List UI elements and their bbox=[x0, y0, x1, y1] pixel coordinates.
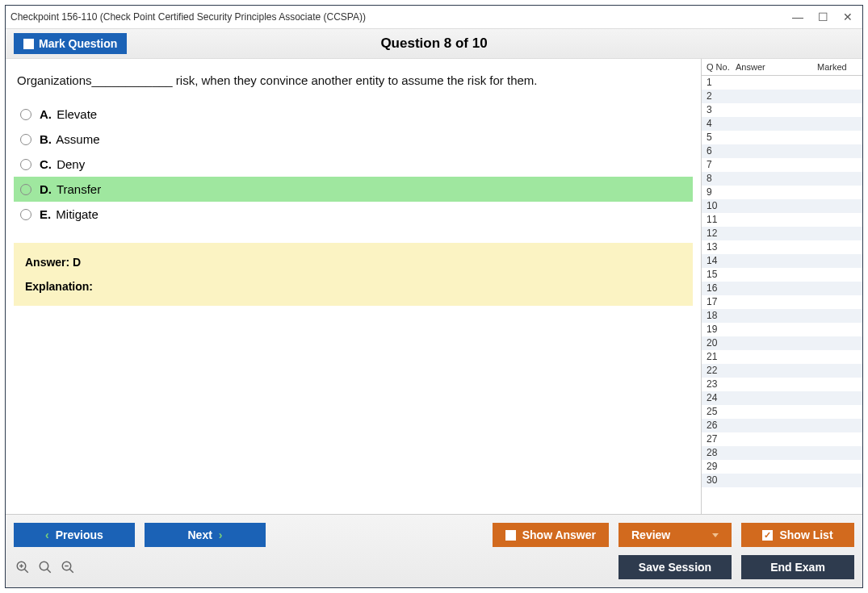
choice-a[interactable]: A. Elevate bbox=[14, 102, 693, 127]
body-row: Organizations____________ risk, when the… bbox=[6, 59, 862, 514]
radio-icon bbox=[20, 159, 31, 170]
minimize-icon[interactable]: — bbox=[792, 10, 803, 23]
choice-c[interactable]: C. Deny bbox=[14, 152, 693, 177]
previous-button[interactable]: ‹ Previous bbox=[14, 523, 135, 547]
checkbox-icon bbox=[23, 39, 34, 49]
question-list-row[interactable]: 29 bbox=[702, 460, 862, 474]
choices-list: A. ElevateB. AssumeC. DenyD. TransferE. … bbox=[14, 102, 693, 227]
mark-question-button[interactable]: Mark Question bbox=[14, 33, 127, 54]
question-list-row[interactable]: 4 bbox=[702, 117, 862, 131]
svg-point-4 bbox=[40, 562, 48, 570]
question-list-row[interactable]: 18 bbox=[702, 309, 862, 323]
question-list-row[interactable]: 19 bbox=[702, 323, 862, 336]
app-window: Checkpoint 156-110 (Check Point Certifie… bbox=[5, 5, 863, 588]
show-list-button[interactable]: ✓ Show List bbox=[741, 523, 854, 547]
question-list-row[interactable]: 16 bbox=[702, 282, 862, 295]
question-list-scroll[interactable]: 1234567891011121314151617181920212223242… bbox=[702, 76, 862, 514]
question-list-row[interactable]: 1 bbox=[702, 76, 862, 90]
answer-line: Answer: D bbox=[25, 256, 681, 269]
question-list-row[interactable]: 8 bbox=[702, 172, 862, 186]
checkbox-checked-icon: ✓ bbox=[762, 530, 773, 541]
answer-panel: Answer: D Explanation: bbox=[14, 243, 693, 306]
end-exam-label: End Exam bbox=[770, 561, 825, 574]
svg-line-1 bbox=[24, 569, 28, 573]
footer-row-2: Save Session End Exam bbox=[6, 555, 862, 587]
svg-line-7 bbox=[69, 569, 73, 573]
question-list-row[interactable]: 24 bbox=[702, 391, 862, 405]
chevron-right-icon: › bbox=[219, 528, 223, 541]
question-list-row[interactable]: 9 bbox=[702, 186, 862, 199]
choice-b[interactable]: B. Assume bbox=[14, 127, 693, 152]
col-answer: Answer bbox=[736, 62, 817, 72]
show-answer-label: Show Answer bbox=[522, 528, 596, 541]
question-list-row[interactable]: 10 bbox=[702, 199, 862, 213]
col-qno: Q No. bbox=[703, 62, 736, 72]
close-icon[interactable]: ✕ bbox=[843, 10, 853, 23]
question-list-row[interactable]: 17 bbox=[702, 295, 862, 309]
choice-label: B. Assume bbox=[40, 132, 100, 146]
question-list-row[interactable]: 7 bbox=[702, 158, 862, 172]
question-list-row[interactable]: 2 bbox=[702, 90, 862, 103]
question-text: Organizations____________ risk, when the… bbox=[14, 70, 693, 102]
question-list-row[interactable]: 20 bbox=[702, 336, 862, 350]
show-list-label: Show List bbox=[779, 528, 832, 541]
question-list-header: Q No. Answer Marked bbox=[702, 59, 862, 76]
choice-d[interactable]: D. Transfer bbox=[14, 177, 693, 202]
question-area: Organizations____________ risk, when the… bbox=[14, 70, 693, 514]
end-exam-button[interactable]: End Exam bbox=[741, 555, 854, 579]
question-list-row[interactable]: 22 bbox=[702, 364, 862, 378]
question-list-row[interactable]: 27 bbox=[702, 432, 862, 446]
question-list-row[interactable]: 25 bbox=[702, 405, 862, 419]
question-list-row[interactable]: 11 bbox=[702, 213, 862, 227]
question-list-row[interactable]: 3 bbox=[702, 103, 862, 117]
question-list-row[interactable]: 6 bbox=[702, 144, 862, 158]
chevron-down-icon bbox=[712, 533, 719, 537]
next-button[interactable]: Next › bbox=[145, 523, 266, 547]
question-list-row[interactable]: 5 bbox=[702, 131, 862, 144]
footer: ‹ Previous Next › Show Answer Review ✓ S… bbox=[6, 514, 862, 587]
radio-icon bbox=[20, 134, 31, 145]
choice-label: D. Transfer bbox=[40, 182, 101, 196]
question-list-row[interactable]: 12 bbox=[702, 227, 862, 240]
footer-row-1: ‹ Previous Next › Show Answer Review ✓ S… bbox=[6, 515, 862, 555]
question-list-row[interactable]: 21 bbox=[702, 350, 862, 364]
zoom-out-icon[interactable] bbox=[59, 558, 77, 576]
checkbox-icon bbox=[505, 530, 516, 541]
radio-icon bbox=[20, 209, 31, 220]
window-titlebar: Checkpoint 156-110 (Check Point Certifie… bbox=[6, 6, 862, 28]
svg-line-5 bbox=[47, 569, 51, 573]
review-label: Review bbox=[631, 528, 670, 541]
window-title: Checkpoint 156-110 (Check Point Certifie… bbox=[10, 11, 792, 23]
next-label: Next bbox=[187, 528, 212, 541]
zoom-in-icon[interactable] bbox=[14, 558, 31, 576]
question-list-row[interactable]: 23 bbox=[702, 378, 862, 391]
show-answer-button[interactable]: Show Answer bbox=[493, 523, 609, 547]
choice-label: C. Deny bbox=[40, 157, 85, 171]
question-list-row[interactable]: 28 bbox=[702, 446, 862, 460]
choice-e[interactable]: E. Mitigate bbox=[14, 202, 693, 227]
save-session-button[interactable]: Save Session bbox=[619, 555, 732, 579]
question-list-row[interactable]: 30 bbox=[702, 474, 862, 487]
question-list-row[interactable]: 26 bbox=[702, 419, 862, 432]
explanation-label: Explanation: bbox=[25, 280, 93, 293]
question-header-bar: Mark Question Question 8 of 10 bbox=[6, 28, 862, 59]
radio-icon bbox=[20, 184, 31, 195]
question-list-row[interactable]: 14 bbox=[702, 254, 862, 268]
choice-label: E. Mitigate bbox=[40, 207, 99, 221]
chevron-left-icon: ‹ bbox=[45, 528, 49, 541]
main-column: Organizations____________ risk, when the… bbox=[6, 59, 701, 514]
radio-icon bbox=[20, 109, 31, 120]
question-list-row[interactable]: 13 bbox=[702, 240, 862, 254]
review-dropdown[interactable]: Review bbox=[619, 523, 732, 547]
question-list-panel: Q No. Answer Marked 12345678910111213141… bbox=[701, 59, 862, 514]
save-session-label: Save Session bbox=[639, 561, 711, 574]
zoom-reset-icon[interactable] bbox=[36, 558, 54, 576]
zoom-controls bbox=[14, 558, 77, 576]
question-counter: Question 8 of 10 bbox=[6, 35, 862, 52]
choice-label: A. Elevate bbox=[40, 107, 97, 121]
window-controls: — ☐ ✕ bbox=[792, 10, 858, 23]
previous-label: Previous bbox=[56, 528, 103, 541]
question-list-row[interactable]: 15 bbox=[702, 268, 862, 282]
mark-question-label: Mark Question bbox=[39, 37, 117, 50]
maximize-icon[interactable]: ☐ bbox=[818, 10, 828, 23]
